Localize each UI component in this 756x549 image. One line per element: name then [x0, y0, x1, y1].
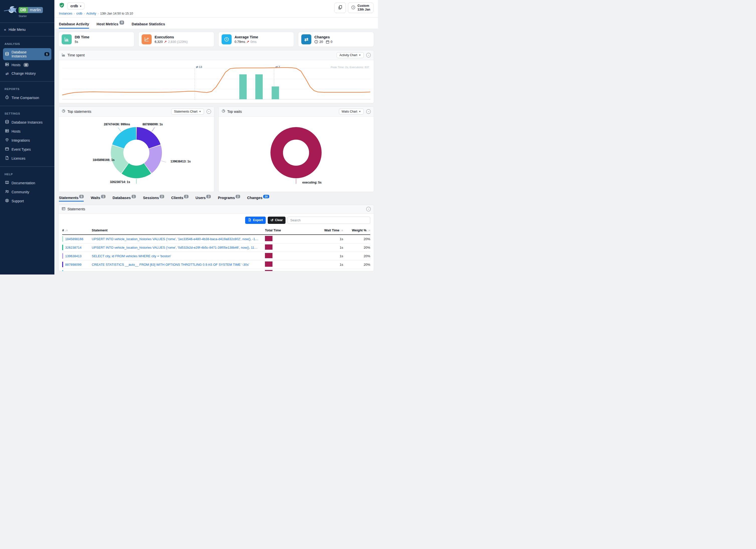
table-header: #↓≡ Statement Total Time Wait Time↑≡ Wei…	[62, 227, 370, 235]
tab-waits[interactable]: Waits1	[91, 196, 106, 202]
sidebar-item-licences[interactable]: Licences	[3, 154, 51, 163]
export-button[interactable]: Export	[245, 217, 266, 224]
table-row[interactable]: 326238714 UPSERT INTO vehicle_location_h…	[62, 243, 370, 252]
people-icon	[5, 190, 9, 194]
tab-databases[interactable]: Databases1	[113, 196, 136, 202]
tab-programs[interactable]: Programs2	[218, 196, 240, 202]
chevron-down-icon: ▾	[80, 5, 81, 8]
kpi-db-time: DB Time 5s	[58, 32, 134, 47]
count-badge: 0	[120, 21, 124, 25]
swap-arrows-icon: ⇄	[5, 72, 9, 75]
server-icon	[5, 129, 9, 134]
weight-value: 20%	[343, 254, 370, 258]
marlin-fish-icon	[4, 5, 17, 17]
sort-down-icon: ↓≡	[367, 229, 370, 232]
section-title: HELP	[3, 171, 51, 178]
clock-icon	[222, 34, 232, 44]
collapse-panel-button[interactable]: −	[366, 53, 371, 57]
top-statements-chart: 287474436: 999ms 887898099: 1s 139638413…	[59, 119, 214, 192]
sidebar-item-integrations[interactable]: Integrations	[3, 136, 51, 145]
statement-link[interactable]: UPSERT INTO vehicle_location_histories V…	[92, 246, 265, 249]
kpi-delta: 0ms	[250, 40, 257, 44]
statement-link[interactable]: UPSERT INTO vehicle_location_histories V…	[92, 237, 265, 241]
tab-statements[interactable]: Statements5	[59, 196, 84, 202]
sidebar-item-documentation[interactable]: Documentation	[3, 178, 51, 187]
slice-label: 1845898166: 1s	[93, 158, 115, 162]
breadcrumb-crdb[interactable]: crdb	[76, 12, 82, 15]
row-color-marker	[62, 236, 63, 242]
total-time-bar	[265, 261, 272, 267]
up-arrow-icon: ↗	[246, 40, 249, 44]
brand-logo: DB marlin Starter	[0, 3, 54, 20]
pie-chart-icon	[62, 109, 65, 114]
collapse-panel-button[interactable]: −	[366, 207, 371, 211]
breadcrumb-activity[interactable]: Activity	[86, 12, 96, 15]
statement-id-link[interactable]: 139638413	[65, 254, 81, 258]
life-ring-icon	[5, 199, 9, 203]
sort-up-icon: ↑≡	[340, 229, 343, 232]
statement-id-link[interactable]: 1845898166	[65, 237, 83, 241]
sidebar-item-community[interactable]: Community	[3, 188, 51, 196]
activity-chart-select[interactable]: Activity Chart ▼	[337, 52, 364, 58]
col-statement[interactable]: Statement	[92, 228, 108, 232]
chevron-down-icon: ▼	[359, 110, 361, 113]
kpi-title: Changes	[314, 35, 332, 39]
event-count: 0	[331, 40, 332, 44]
statement-link[interactable]: CREATE STATISTICS __auto__ FROM [63] WIT…	[92, 263, 265, 266]
main-tab-bar: Database Activity Host Metrics 0 Databas…	[54, 18, 378, 29]
brand-wordmark: DB marlin	[19, 7, 43, 13]
sidebar-item-hosts-settings[interactable]: Hosts	[3, 127, 51, 136]
sidebar-item-event-types[interactable]: Event Types	[3, 145, 51, 154]
col-id[interactable]: #	[62, 228, 64, 232]
statements-table-wrap: Export ↺ Clear #↓≡ Statement Total Time …	[59, 214, 374, 271]
tab-database-statistics[interactable]: Database Statistics	[132, 22, 165, 29]
copy-icon	[338, 5, 343, 11]
breadcrumb-time-range: 13th Jan 14:50 to 15:10	[100, 12, 133, 15]
count-badge: 1	[101, 195, 106, 198]
search-input[interactable]	[288, 217, 370, 224]
statement-link[interactable]: SELECT city, id FROM vehicles WHERE city…	[92, 254, 265, 258]
tab-changes[interactable]: Changes20	[247, 196, 269, 202]
sidebar-item-hosts[interactable]: Hosts 0	[3, 60, 51, 69]
table-row[interactable]: 887898099 CREATE STATISTICS __auto__ FRO…	[62, 260, 370, 269]
waits-chart-select[interactable]: Waits Chart ▼	[339, 109, 364, 115]
sidebar-item-time-comparison[interactable]: Time Comparison	[3, 93, 51, 102]
time-range-button[interactable]: Custom 13th Jan	[348, 3, 373, 13]
bar-chart-icon	[62, 34, 72, 44]
tab-host-metrics[interactable]: Host Metrics 0	[97, 22, 124, 29]
kpi-title: Executions	[155, 35, 188, 39]
divider	[0, 106, 54, 106]
event-types-icon	[5, 147, 9, 152]
statements-chart-select[interactable]: Statements Chart ▼	[171, 109, 204, 115]
clear-button[interactable]: ↺ Clear	[268, 217, 286, 224]
tab-database-activity[interactable]: Database Activity	[59, 22, 89, 29]
statement-id-link[interactable]: 326238714	[65, 246, 81, 249]
sidebar-item-change-history[interactable]: ⇄ Change History	[3, 69, 51, 77]
table-row[interactable]: 287474436 UPSERT INTO vehicle_location_h…	[62, 269, 370, 271]
sidebar-item-support[interactable]: Support	[3, 197, 51, 205]
tab-clients[interactable]: Clients2	[171, 196, 188, 202]
row-color-marker	[62, 245, 63, 250]
total-time-bar	[265, 244, 272, 250]
sidebar-item-database-instances[interactable]: Database Instances 1	[3, 48, 51, 60]
instance-selector[interactable]: crdb ▾	[67, 3, 84, 10]
col-weight[interactable]: Weight %	[352, 228, 366, 232]
table-row[interactable]: 139638413 SELECT city, id FROM vehicles …	[62, 252, 370, 260]
collapse-panel-button[interactable]: −	[207, 109, 211, 114]
col-total-time[interactable]: Total Time	[265, 228, 281, 232]
tab-users[interactable]: Users2	[196, 196, 211, 202]
copy-link-button[interactable]	[334, 3, 346, 13]
table-row[interactable]: 1845898166 UPSERT INTO vehicle_location_…	[62, 235, 370, 243]
col-wait-time[interactable]: Wait Time	[324, 228, 339, 232]
panel-title: Time spent	[67, 53, 85, 57]
book-icon	[5, 180, 9, 185]
kpi-changes: ⇄ Changes 20 0	[298, 32, 374, 47]
tab-sessions[interactable]: Sessions2	[143, 196, 164, 202]
sidebar-item-database-instances-settings[interactable]: Database Instances	[3, 118, 51, 127]
breadcrumb-instances[interactable]: Instances	[59, 12, 72, 15]
count-badge: 1	[44, 52, 49, 56]
hide-menu-button[interactable]: « Hide Menu	[0, 25, 54, 34]
collapse-panel-button[interactable]: −	[366, 109, 371, 114]
panel-title: Top statements	[67, 110, 91, 114]
statement-id-link[interactable]: 887898099	[65, 263, 81, 266]
